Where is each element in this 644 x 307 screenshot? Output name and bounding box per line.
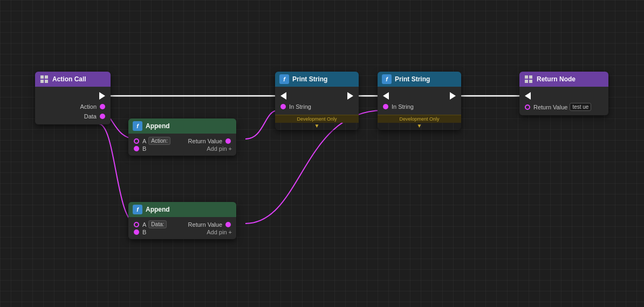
append2-b-pin[interactable] xyxy=(134,229,139,235)
append2-b-row: B Add pin + xyxy=(133,228,232,236)
exec-out-pin[interactable] xyxy=(99,92,105,100)
data-data-pin[interactable] xyxy=(100,114,105,119)
append1-a-label: A xyxy=(142,138,146,144)
return-value-tag[interactable]: test ue xyxy=(570,103,591,111)
append2-a-pin[interactable] xyxy=(134,222,139,227)
action-pin-row: Action xyxy=(39,102,106,111)
func-icon-2: f xyxy=(133,205,142,214)
append1-a-value[interactable]: Action: xyxy=(148,137,170,145)
svg-rect-2 xyxy=(40,80,44,83)
print2-header: f Print String xyxy=(378,72,461,87)
data-pin-label: Data xyxy=(84,113,97,120)
data-wire-action-to-print1 xyxy=(245,110,278,139)
print2-dev-only: Development Only xyxy=(378,115,461,123)
append2-b-label: B xyxy=(142,229,146,235)
wires-layer xyxy=(0,0,644,307)
return-header: Return Node xyxy=(519,72,608,87)
print1-node[interactable]: f Print String In String Development Onl… xyxy=(275,72,359,130)
data-pin-row: Data xyxy=(39,111,106,121)
print1-dev-arrow: ▼ xyxy=(275,123,359,130)
append2-return-label: Return Value xyxy=(188,221,222,228)
append1-title: Append xyxy=(146,122,170,130)
svg-rect-0 xyxy=(40,75,44,79)
append2-node[interactable]: f Append A Data: Return Value B xyxy=(128,202,236,239)
append1-header: f Append xyxy=(128,118,236,134)
append1-return-label: Return Value xyxy=(188,138,222,144)
print2-instring-row: In String xyxy=(382,102,457,111)
return-grid-icon xyxy=(524,74,533,84)
append2-a-value[interactable]: Data: xyxy=(148,220,167,228)
svg-rect-7 xyxy=(529,80,532,83)
append2-body: A Data: Return Value B Add pin + xyxy=(128,217,236,239)
append2-title: Append xyxy=(146,206,170,213)
svg-rect-3 xyxy=(45,80,48,83)
return-title: Return Node xyxy=(537,75,576,83)
print1-body: In String xyxy=(275,87,359,115)
action-data-pin[interactable] xyxy=(100,104,105,109)
func-icon-1: f xyxy=(133,121,142,131)
append2-a-label: A xyxy=(142,221,146,228)
print2-title: Print String xyxy=(395,75,430,83)
action-call-node[interactable]: Action Call Action Data xyxy=(35,72,111,124)
svg-rect-6 xyxy=(525,80,528,83)
print1-title: Print String xyxy=(292,75,327,83)
print1-instring-row: In String xyxy=(279,102,354,111)
return-exec-in[interactable] xyxy=(525,92,531,100)
append1-return-pin[interactable] xyxy=(225,138,231,144)
append2-add-pin[interactable]: Add pin + xyxy=(207,229,232,235)
print1-dev-only: Development Only xyxy=(275,115,359,123)
print2-instring-label: In String xyxy=(392,103,414,110)
print2-exec-row xyxy=(382,90,457,102)
print1-header: f Print String xyxy=(275,72,359,87)
print1-instring-pin[interactable] xyxy=(280,104,286,109)
grid-icon xyxy=(39,74,49,84)
return-value-pin[interactable] xyxy=(525,104,530,110)
action-call-header: Action Call xyxy=(35,72,111,87)
append1-b-row: B Add pin + xyxy=(133,145,232,152)
print1-exec-row xyxy=(279,90,354,102)
return-body: Return Value test ue xyxy=(519,87,608,115)
print1-exec-out[interactable] xyxy=(347,92,353,100)
return-value-label: Return Value xyxy=(533,104,567,110)
print2-exec-in[interactable] xyxy=(383,92,389,100)
blueprint-canvas[interactable]: Action Call Action Data f Append xyxy=(0,0,644,307)
action-call-title: Action Call xyxy=(52,75,86,83)
append1-a-pin[interactable] xyxy=(134,138,139,144)
append1-a-row: A Action: Return Value xyxy=(133,137,232,145)
return-node[interactable]: Return Node Return Value test ue xyxy=(519,72,608,115)
svg-rect-5 xyxy=(529,75,532,79)
exec-out-row xyxy=(39,90,106,102)
print1-exec-in[interactable] xyxy=(280,92,286,100)
append1-node[interactable]: f Append A Action: Return Value xyxy=(128,118,236,156)
print2-body: In String xyxy=(378,87,461,115)
append2-return-pin[interactable] xyxy=(225,222,231,227)
return-exec-row xyxy=(524,90,604,102)
append1-add-pin[interactable]: Add pin + xyxy=(207,145,232,152)
func-icon-4: f xyxy=(382,74,392,84)
print2-instring-pin[interactable] xyxy=(383,104,388,109)
append1-body: A Action: Return Value B Add pin + xyxy=(128,134,236,156)
print2-exec-out[interactable] xyxy=(450,92,456,100)
print2-node[interactable]: f Print String In String Development Onl… xyxy=(378,72,461,130)
print2-dev-arrow: ▼ xyxy=(378,123,461,130)
return-value-row: Return Value test ue xyxy=(524,102,604,112)
append1-b-pin[interactable] xyxy=(134,146,139,151)
append2-header: f Append xyxy=(128,202,236,217)
action-pin-label: Action xyxy=(80,103,97,110)
action-call-body: Action Data xyxy=(35,87,111,124)
svg-rect-1 xyxy=(45,75,48,79)
print1-instring-label: In String xyxy=(289,103,311,110)
append2-a-row: A Data: Return Value xyxy=(133,220,232,228)
func-icon-3: f xyxy=(279,74,289,84)
svg-rect-4 xyxy=(525,75,528,79)
append1-b-label: B xyxy=(142,145,146,152)
